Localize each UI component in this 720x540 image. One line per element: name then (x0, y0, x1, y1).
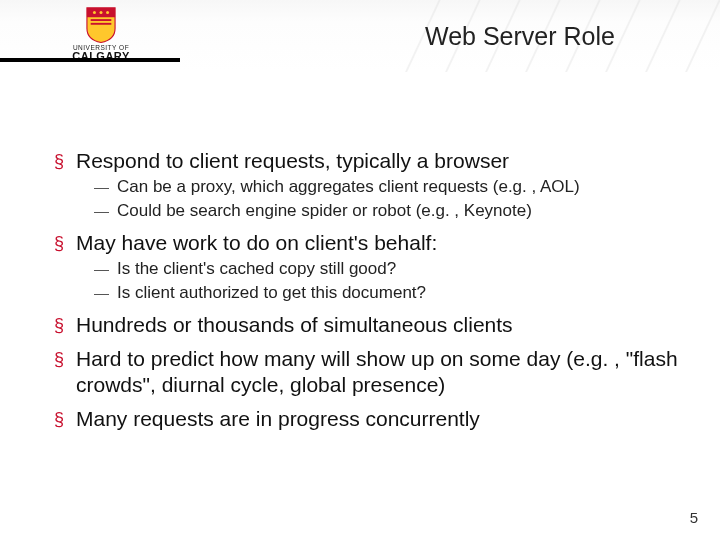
bullet-level1: § Hundreds or thousands of simultaneous … (54, 312, 680, 338)
university-logo: UNIVERSITY OF CALGARY (46, 6, 156, 62)
subbullet-text: Can be a proxy, which aggregates client … (117, 176, 580, 198)
bullet-mark: § (54, 148, 64, 174)
bullet-level1: § Hard to predict how many will show up … (54, 346, 680, 398)
bullet-level2: — Is client authorized to get this docum… (94, 282, 680, 304)
svg-point-4 (106, 11, 109, 14)
bullet-text: Respond to client requests, typically a … (76, 148, 509, 174)
bullet-level1: § Many requests are in progress concurre… (54, 406, 680, 432)
bullet-mark: § (54, 406, 64, 432)
subbullet-mark: — (94, 258, 109, 280)
bullet-mark: § (54, 230, 64, 256)
crest-icon (84, 6, 118, 44)
bullet-mark: § (54, 346, 64, 372)
subbullet-mark: — (94, 176, 109, 198)
title-underline (0, 58, 180, 62)
bullet-text: Hundreds or thousands of simultaneous cl… (76, 312, 513, 338)
slide-content: § Respond to client requests, typically … (54, 140, 680, 432)
svg-rect-1 (91, 23, 112, 25)
subbullet-mark: — (94, 200, 109, 222)
subbullet-text: Is client authorized to get this documen… (117, 282, 426, 304)
bullet-level2: — Is the client's cached copy still good… (94, 258, 680, 280)
subbullet-text: Is the client's cached copy still good? (117, 258, 396, 280)
bullet-mark: § (54, 312, 64, 338)
bullet-level1: § Respond to client requests, typically … (54, 148, 680, 174)
svg-point-3 (100, 11, 103, 14)
bullet-level2: — Can be a proxy, which aggregates clien… (94, 176, 680, 198)
bullet-text: May have work to do on client's behalf: (76, 230, 437, 256)
bullet-text: Hard to predict how many will show up on… (76, 346, 680, 398)
bullet-level1: § May have work to do on client's behalf… (54, 230, 680, 256)
svg-rect-0 (91, 19, 112, 21)
subbullet-text: Could be search engine spider or robot (… (117, 200, 532, 222)
svg-point-2 (93, 11, 96, 14)
slide-title: Web Server Role (360, 22, 680, 51)
bullet-level2: — Could be search engine spider or robot… (94, 200, 680, 222)
bullet-text: Many requests are in progress concurrent… (76, 406, 480, 432)
subbullet-mark: — (94, 282, 109, 304)
page-number: 5 (690, 509, 698, 526)
